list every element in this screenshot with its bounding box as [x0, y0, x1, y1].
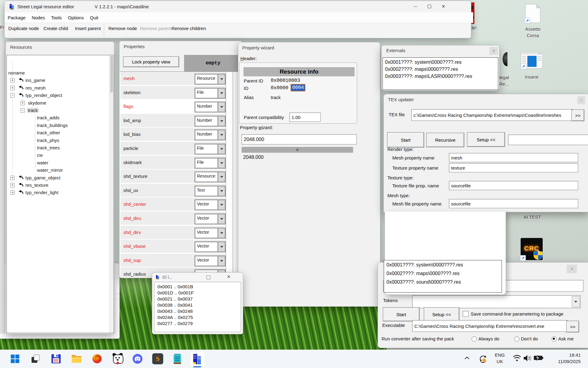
tree-item-track_adds[interactable]: track_adds: [37, 115, 59, 120]
property-row-shd_texture[interactable]: shd_textureResource: [120, 170, 225, 183]
expand-toggle[interactable]: +: [10, 183, 15, 187]
tray-sync-icon[interactable]: [478, 352, 488, 365]
id-range-item[interactable]: 0x0039 .. 0x0041: [157, 302, 193, 308]
tex-file-browse-button[interactable]: >>: [571, 109, 584, 121]
property-row-shd_vup[interactable]: shd_vupVector: [120, 254, 225, 267]
id-range-item[interactable]: 0x0043 .. 0x0248: [157, 309, 193, 314]
property-row-lod_amp[interactable]: lod_ampNumber: [120, 114, 225, 127]
tree-item-typ_game_object[interactable]: typ_game_object: [25, 175, 60, 180]
lock-property-view-button[interactable]: Lock property view: [123, 56, 179, 67]
id-window-maximize-button[interactable]: [206, 275, 210, 279]
id-window-close-button[interactable]: ✕: [227, 274, 231, 280]
texture-file-input[interactable]: sourcefile: [449, 181, 578, 190]
tokens-dropdown-button[interactable]: [572, 296, 580, 307]
firefox-icon[interactable]: [92, 353, 103, 364]
collapse-toggle[interactable]: −: [21, 108, 25, 113]
externals-item[interactable]: 0x0002????: maps\0000????.res: [385, 67, 458, 72]
tex-recursive-button[interactable]: Recursive: [426, 133, 464, 147]
maximize-button[interactable]: [422, 2, 436, 11]
sublime-icon[interactable]: S: [152, 353, 163, 364]
property-row-shd_vbase[interactable]: shd_vbaseVector: [120, 240, 225, 253]
tex-output-item[interactable]: 0x0001????: system\0000????.res: [386, 262, 463, 268]
assetto-corsa-label[interactable]: Assetto Corsa: [521, 26, 545, 39]
executable-input[interactable]: C:\Games\Cross Racing Championship Extre…: [412, 320, 568, 332]
id-value-selected[interactable]: 0004: [291, 84, 305, 91]
externals-item[interactable]: 0x0003????: maps\LASR\0000????.res: [385, 74, 472, 79]
tree-item-noname[interactable]: noname: [8, 70, 25, 75]
externals-close-button[interactable]: ✕: [489, 47, 498, 55]
dropdown-arrow-icon[interactable]: [217, 102, 225, 112]
tex-setup-button[interactable]: Setup <<: [467, 132, 505, 147]
tray-chevron-icon[interactable]: [464, 355, 470, 362]
tree-item-typ_render_light[interactable]: typ_render_light: [25, 190, 58, 195]
property-type-dropdown[interactable]: Vector: [194, 228, 226, 239]
save-cmdline-checkbox[interactable]: [463, 311, 469, 317]
property-row-lod_bias[interactable]: lod_biasNumber: [120, 128, 225, 141]
tree-item-res_mesh[interactable]: res_mesh: [25, 85, 46, 90]
radio-ask-me[interactable]: [552, 336, 557, 342]
property-type-dropdown[interactable]: Vector: [194, 241, 226, 252]
mesh-property-input[interactable]: mesh: [449, 153, 578, 162]
tree-item-water[interactable]: water: [37, 160, 48, 165]
converter-start-button[interactable]: Start: [383, 307, 420, 321]
collapse-toggle[interactable]: −: [10, 93, 15, 98]
property-type-dropdown[interactable]: Resource: [194, 74, 226, 85]
menu-quit[interactable]: Quit: [89, 14, 99, 21]
property-row-skeleton[interactable]: skeletonFile: [120, 86, 225, 99]
game-dog-icon[interactable]: [112, 353, 123, 365]
property-row-particle[interactable]: particleFile: [120, 142, 225, 155]
resource-editor-taskbar-button[interactable]: [190, 351, 205, 367]
tree-item-track_buildings[interactable]: track_buildings: [37, 123, 68, 128]
close-button[interactable]: ✕: [436, 2, 450, 11]
discord-icon[interactable]: [132, 353, 143, 364]
tab-empty[interactable]: empty: [184, 55, 242, 71]
dropdown-arrow-icon[interactable]: [217, 228, 225, 238]
assetto-corsa-icon[interactable]: ↗: [524, 4, 541, 23]
mesh-file-input[interactable]: sourcefile: [449, 199, 578, 208]
dropdown-arrow-icon[interactable]: [217, 144, 225, 154]
wifi-icon[interactable]: [512, 354, 522, 362]
tree-item-typ_render_object[interactable]: typ_render_object: [25, 93, 62, 98]
toolbar-create-child[interactable]: Create child: [43, 26, 68, 31]
id-range-item[interactable]: 0x001D .. 0x001F: [157, 290, 194, 295]
parent-compatibility-input[interactable]: 1.00: [289, 113, 321, 122]
toolbar-remove-node[interactable]: Remove node: [108, 26, 137, 31]
tree-scrollbar[interactable]: [109, 55, 114, 333]
dropdown-arrow-icon[interactable]: [217, 186, 225, 196]
property-row-flags[interactable]: flagsNumber: [120, 100, 225, 113]
property-type-dropdown[interactable]: File: [194, 144, 226, 155]
property-type-dropdown[interactable]: Text: [194, 186, 226, 197]
converter-close-button[interactable]: ✕: [567, 265, 577, 273]
start-button-icon[interactable]: [10, 354, 20, 364]
property-type-dropdown[interactable]: Vector: [194, 213, 226, 224]
menu-package[interactable]: Package: [7, 14, 26, 21]
expand-toggle[interactable]: +: [10, 190, 15, 195]
tex-updater-close-button[interactable]: ✕: [577, 96, 585, 104]
id-range-item[interactable]: 0x0277 .. 0x0279: [157, 321, 193, 326]
tree-item-track_phys[interactable]: track_phys: [37, 138, 59, 143]
file-explorer-icon[interactable]: [71, 354, 82, 364]
tree-item-ins_game[interactable]: ins_game: [25, 78, 45, 83]
tree-item-track_other[interactable]: track_other: [37, 130, 60, 135]
toolbar-duplicate-node[interactable]: Duplicate node: [8, 26, 39, 31]
property-type-dropdown[interactable]: File: [194, 88, 226, 99]
property-type-dropdown[interactable]: Number: [194, 129, 226, 140]
toolbar-remove-children[interactable]: Remove children: [172, 26, 206, 31]
tokens-combobox[interactable]: [412, 295, 581, 308]
minimize-button[interactable]: [408, 2, 422, 11]
property-row-shd_center[interactable]: shd_centerVector: [120, 197, 225, 211]
tex-start-button[interactable]: Start: [387, 132, 424, 148]
property-row-shd_uv[interactable]: shd_uvText: [120, 184, 225, 197]
dropdown-arrow-icon[interactable]: [217, 89, 225, 98]
expand-toggle[interactable]: +: [10, 86, 15, 90]
dropdown-arrow-icon[interactable]: [217, 256, 225, 266]
tree-item-skydome[interactable]: skydome: [28, 100, 46, 105]
property-type-dropdown[interactable]: Number: [194, 116, 226, 127]
property-row-mesh[interactable]: meshResource: [120, 72, 225, 85]
tex-output-item[interactable]: 0x0003????: sound\0000????.res: [386, 279, 461, 285]
dropdown-arrow-icon[interactable]: [217, 159, 225, 168]
properties-scrollbar[interactable]: [226, 72, 233, 278]
property-type-dropdown[interactable]: Resource: [194, 171, 226, 182]
menu-options[interactable]: Options: [68, 14, 84, 21]
tree-item-track_trees[interactable]: track_trees: [37, 145, 60, 150]
